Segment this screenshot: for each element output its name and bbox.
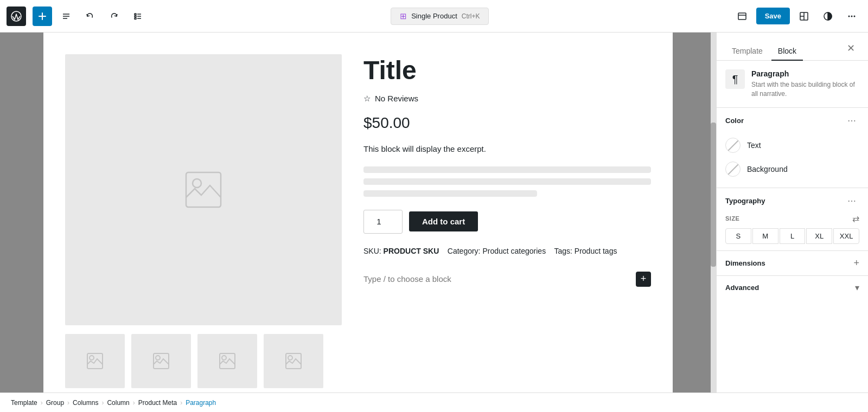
block-desc-text: Start with the basic building block of a… <box>751 80 859 99</box>
redo-button[interactable] <box>104 7 124 26</box>
breadcrumb-column[interactable]: Column <box>107 399 129 407</box>
tools-button[interactable] <box>56 7 76 26</box>
color-section-header: Color ⋯ <box>725 114 859 127</box>
reviews-text: No Reviews <box>375 94 418 103</box>
hint-text: Type / to choose a block <box>363 274 631 284</box>
breadcrumb-group[interactable]: Group <box>46 399 64 407</box>
breadcrumb-template[interactable]: Template <box>11 399 37 407</box>
svg-point-17 <box>222 356 226 360</box>
sku-label: SKU: <box>363 247 381 255</box>
main-product-image <box>65 54 342 325</box>
size-l-button[interactable]: L <box>780 228 806 244</box>
color-background-option[interactable]: Background <box>725 157 859 181</box>
contrast-button[interactable] <box>818 7 838 26</box>
size-s-button[interactable]: S <box>725 228 751 244</box>
svg-point-11 <box>193 179 201 188</box>
canvas-area[interactable]: Title ☆ No Reviews $50.00 This block wil… <box>0 33 716 392</box>
bg-color-circle <box>725 162 741 177</box>
text-color-circle <box>725 138 741 153</box>
size-row: SIZE ⇄ <box>725 214 859 224</box>
dimensions-title: Dimensions <box>725 259 765 267</box>
svg-point-7 <box>848 15 850 17</box>
save-button[interactable]: Save <box>756 8 790 24</box>
dimensions-expand-button[interactable]: + <box>853 258 859 269</box>
list-view-button[interactable] <box>128 7 148 26</box>
thumbnail-3 <box>197 334 257 388</box>
size-xl-button[interactable]: XL <box>806 228 832 244</box>
tab-template[interactable]: Template <box>725 42 769 61</box>
category-label: Category: <box>448 247 481 255</box>
wp-logo <box>7 7 26 26</box>
svg-rect-1 <box>135 14 136 15</box>
breadcrumb-sep-4: › <box>133 399 135 407</box>
breadcrumb-sep-1: › <box>41 399 43 407</box>
tab-block[interactable]: Block <box>771 42 803 61</box>
size-m-button[interactable]: M <box>752 228 778 244</box>
meta-line-2 <box>363 178 651 185</box>
svg-point-13 <box>90 356 94 360</box>
star-icon: ☆ <box>363 94 371 104</box>
view-button[interactable] <box>732 7 752 26</box>
product-reviews: ☆ No Reviews <box>363 94 651 104</box>
product-meta-lines <box>363 166 651 197</box>
add-to-cart-button[interactable]: Add to cart <box>409 211 478 231</box>
svg-point-19 <box>288 356 292 360</box>
block-type-hint: Type / to choose a block + <box>363 266 651 292</box>
advanced-header[interactable]: Advanced ▾ <box>725 282 859 293</box>
color-section: Color ⋯ Text Background <box>717 108 868 188</box>
canvas-inner: Title ☆ No Reviews $50.00 This block wil… <box>43 33 673 392</box>
breadcrumb-product-meta[interactable]: Product Meta <box>138 399 177 407</box>
breadcrumb-columns[interactable]: Columns <box>73 399 98 407</box>
typography-section-header: Typography ⋯ <box>725 195 859 207</box>
size-xxl-button[interactable]: XXL <box>833 228 859 244</box>
product-thumbnails <box>65 334 342 388</box>
template-badge-name: Single Product <box>411 12 457 20</box>
more-options-button[interactable] <box>842 7 861 26</box>
toolbar-center: ⊞ Single Product Ctrl+K <box>152 8 728 25</box>
toolbar: ⊞ Single Product Ctrl+K Save <box>0 0 868 33</box>
toolbar-right: Save <box>732 7 861 26</box>
breadcrumb-sep-2: › <box>67 399 69 407</box>
image-placeholder-icon <box>182 168 225 211</box>
advanced-chevron-icon: ▾ <box>855 282 859 293</box>
quantity-input[interactable] <box>363 210 403 234</box>
size-adjust-button[interactable]: ⇄ <box>852 214 859 224</box>
svg-point-9 <box>854 15 856 17</box>
typography-menu-button[interactable]: ⋯ <box>844 195 859 207</box>
block-name: Paragraph <box>751 69 859 78</box>
template-badge[interactable]: ⊞ Single Product Ctrl+K <box>391 8 489 25</box>
right-panel: Template Block ✕ ¶ Paragraph Start with … <box>716 33 868 392</box>
undo-button[interactable] <box>80 7 100 26</box>
svg-point-15 <box>156 356 160 360</box>
svg-point-8 <box>851 15 853 17</box>
product-info-column: Title ☆ No Reviews $50.00 This block wil… <box>363 54 651 388</box>
svg-rect-10 <box>186 172 221 207</box>
add-block-toolbar-button[interactable] <box>33 7 52 26</box>
meta-line-1 <box>363 166 651 173</box>
breadcrumb-sep-5: › <box>180 399 182 407</box>
product-layout: Title ☆ No Reviews $50.00 This block wil… <box>65 54 651 388</box>
tags-value: Product tags <box>575 247 617 255</box>
breadcrumb-paragraph[interactable]: Paragraph <box>186 399 216 407</box>
paragraph-icon: ¶ <box>732 73 738 86</box>
product-price: $50.00 <box>363 114 651 132</box>
block-icon: ¶ <box>725 69 745 89</box>
canvas-scrollbar-track <box>711 33 716 392</box>
product-title: Title <box>363 56 651 85</box>
add-block-inline-button[interactable]: + <box>636 272 651 287</box>
typography-section-title: Typography <box>725 197 765 205</box>
svg-rect-3 <box>135 18 136 20</box>
canvas-scrollbar-thumb[interactable] <box>711 123 716 267</box>
tags-label: Tags: <box>554 247 572 255</box>
color-text-option[interactable]: Text <box>725 133 859 157</box>
layout-button[interactable] <box>794 7 814 26</box>
panel-close-button[interactable]: ✕ <box>842 40 859 57</box>
color-section-menu-button[interactable]: ⋯ <box>844 114 859 127</box>
typography-section: Typography ⋯ SIZE ⇄ S M L XL XXL <box>717 188 868 251</box>
product-excerpt: This block will display the excerpt. <box>363 143 651 156</box>
breadcrumb-bar: Template › Group › Columns › Column › Pr… <box>0 392 868 412</box>
template-badge-shortcut: Ctrl+K <box>462 12 480 20</box>
block-info: ¶ Paragraph Start with the basic buildin… <box>717 61 868 108</box>
product-image-column <box>65 54 342 388</box>
dimensions-header: Dimensions + <box>725 258 859 269</box>
